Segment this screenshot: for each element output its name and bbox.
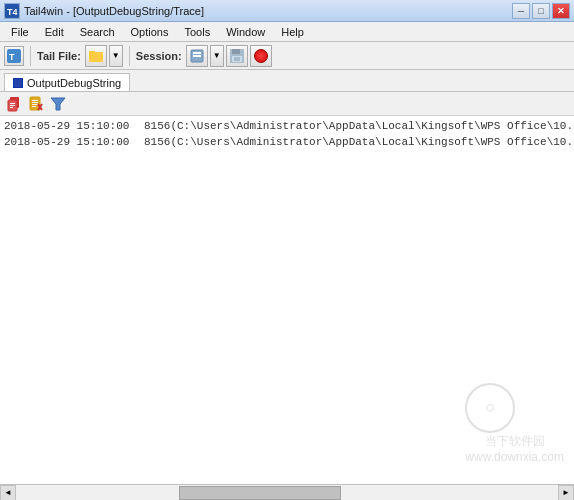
session-label: Session:	[136, 50, 182, 62]
scroll-thumb[interactable]	[179, 486, 342, 500]
toolbar-sep-1	[30, 46, 31, 66]
log-row: 2018-05-29 15:10:00 8156(C:\Users\Admini…	[4, 118, 570, 134]
session-dropdown[interactable]: ▼	[210, 45, 224, 67]
stop-button[interactable]	[250, 45, 272, 67]
menu-window[interactable]: Window	[219, 23, 272, 41]
filter-button[interactable]	[48, 94, 68, 114]
svg-rect-10	[232, 49, 240, 54]
menu-search[interactable]: Search	[73, 23, 122, 41]
svg-rect-16	[10, 105, 15, 106]
menu-edit[interactable]: Edit	[38, 23, 71, 41]
log-timestamp: 2018-05-29 15:10:00	[4, 118, 144, 134]
svg-rect-12	[234, 57, 240, 61]
red-circle-icon	[254, 49, 268, 63]
svg-rect-8	[193, 55, 201, 57]
svg-rect-22	[32, 106, 36, 107]
svg-rect-21	[32, 104, 38, 105]
restore-button[interactable]: □	[532, 3, 550, 19]
tab-strip: OutputDebugString	[0, 70, 574, 92]
menu-help[interactable]: Help	[274, 23, 311, 41]
save-session-button[interactable]	[226, 45, 248, 67]
title-bar: T4 Tail4win - [OutputDebugString/Trace] …	[0, 0, 574, 22]
svg-rect-5	[89, 51, 95, 53]
minimize-button[interactable]: ─	[512, 3, 530, 19]
svg-rect-20	[32, 102, 38, 103]
content-area: 2018-05-29 15:10:00 8156(C:\Users\Admini…	[0, 116, 574, 484]
toolbar-main-icon[interactable]: T	[4, 46, 24, 66]
tail-file-icon	[85, 45, 107, 67]
copy-button[interactable]	[4, 94, 24, 114]
horizontal-scrollbar: ◄ ►	[0, 484, 574, 500]
tab-output-debug-string[interactable]: OutputDebugString	[4, 73, 130, 91]
log-message: 8156(C:\Users\Administrator\AppData\Loca…	[144, 118, 574, 134]
svg-text:T4: T4	[7, 7, 18, 17]
scroll-left-button[interactable]: ◄	[0, 485, 16, 501]
tab-label: OutputDebugString	[27, 77, 121, 89]
svg-marker-25	[51, 98, 65, 110]
session-combo: ▼	[186, 45, 272, 67]
svg-rect-15	[10, 103, 15, 104]
secondary-toolbar	[0, 92, 574, 116]
svg-rect-7	[193, 52, 201, 54]
tail-file-label: Tail File:	[37, 50, 81, 62]
log-row: 2018-05-29 15:10:00 8156(C:\Users\Admini…	[4, 134, 570, 150]
window-title: Tail4win - [OutputDebugString/Trace]	[24, 5, 512, 17]
main-toolbar: T Tail File: ▼ Session: ▼	[0, 42, 574, 70]
svg-text:T: T	[9, 52, 15, 62]
menu-file[interactable]: File	[4, 23, 36, 41]
scroll-track[interactable]	[16, 485, 558, 501]
clear-button[interactable]	[26, 94, 46, 114]
menu-options[interactable]: Options	[124, 23, 176, 41]
tail-file-dropdown[interactable]: ▼	[109, 45, 123, 67]
session-icon	[186, 45, 208, 67]
svg-rect-17	[10, 107, 13, 108]
menu-bar: File Edit Search Options Tools Window He…	[0, 22, 574, 42]
log-view[interactable]: 2018-05-29 15:10:00 8156(C:\Users\Admini…	[0, 116, 574, 484]
app-icon: T4	[4, 3, 20, 19]
window-controls: ─ □ ✕	[512, 3, 570, 19]
toolbar-sep-2	[129, 46, 130, 66]
tab-icon	[13, 78, 23, 88]
log-message: 8156(C:\Users\Administrator\AppData\Loca…	[144, 134, 574, 150]
tail-file-combo: ▼	[85, 45, 123, 67]
svg-rect-19	[32, 100, 38, 101]
svg-rect-4	[89, 52, 103, 62]
log-timestamp: 2018-05-29 15:10:00	[4, 134, 144, 150]
close-button[interactable]: ✕	[552, 3, 570, 19]
scroll-right-button[interactable]: ►	[558, 485, 574, 501]
menu-tools[interactable]: Tools	[177, 23, 217, 41]
